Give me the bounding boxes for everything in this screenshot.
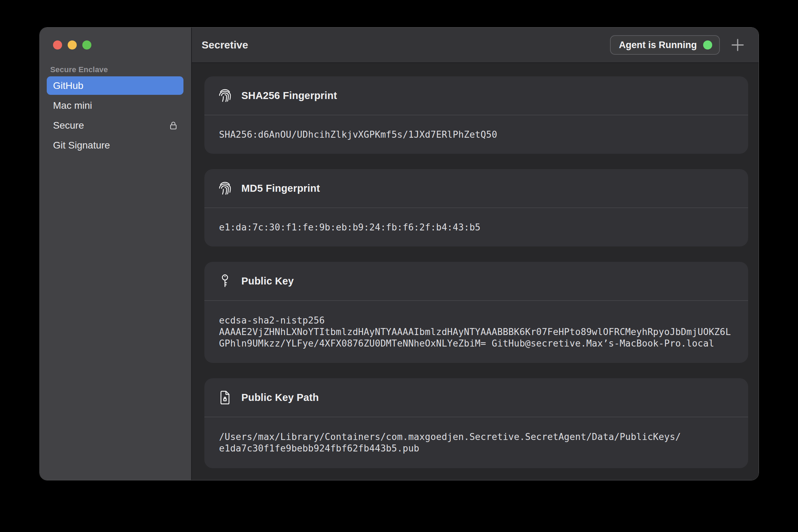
public-key-card: Public Key ecdsa-sha2-nistp256 AAAAE2VjZ… xyxy=(204,262,748,363)
sha256-fingerprint-card: SHA256 Fingerprint SHA256:d6AnOU/UDhcihZ… xyxy=(204,76,748,154)
md5-fingerprint-card: MD5 Fingerprint e1:da:7c:30:f1:fe:9b:eb:… xyxy=(204,169,748,246)
fingerprint-icon xyxy=(217,180,233,196)
sidebar-section-label: Secure Enclave xyxy=(50,65,108,74)
sidebar-item-label: Mac mini xyxy=(53,100,92,111)
sidebar-item-label: Git Signature xyxy=(53,140,110,151)
main-panel: Secretive Agent is Running xyxy=(192,28,759,480)
sha256-fingerprint-value: SHA256:d6AnOU/UDhcihZlkjvXGPKmf5s/1JXd7E… xyxy=(219,129,734,140)
sidebar-item-secure[interactable]: Secure xyxy=(47,116,183,135)
public-key-path-card: Public Key Path /​Users/​max/​Library/​C… xyxy=(204,378,748,468)
key-icon xyxy=(217,273,233,289)
document-lock-icon xyxy=(217,389,233,405)
agent-running-indicator xyxy=(703,40,712,50)
card-header: MD5 Fingerprint xyxy=(204,169,748,208)
agent-status-label: Agent is Running xyxy=(619,40,697,51)
app-window: Secure Enclave GitHub Mac mini Secure Gi… xyxy=(39,27,759,480)
card-header: Public Key Path xyxy=(204,378,748,417)
card-value-area: e1:da:7c:30:f1:fe:9b:eb:b9:24:fb:f6:2f:b… xyxy=(204,208,748,246)
fingerprint-icon xyxy=(217,88,233,104)
sidebar-item-label: GitHub xyxy=(53,80,83,91)
close-button[interactable] xyxy=(53,40,62,50)
window-title: Secretive xyxy=(202,39,248,51)
sidebar-item-git-signature[interactable]: Git Signature xyxy=(47,136,183,154)
sidebar-item-label: Secure xyxy=(53,120,84,131)
plus-icon xyxy=(730,37,745,53)
card-value-area: SHA256:d6AnOU/UDhcihZlkjvXGPKmf5s/1JXd7E… xyxy=(204,115,748,154)
titlebar: Secretive Agent is Running xyxy=(192,28,759,63)
sidebar: Secure Enclave GitHub Mac mini Secure Gi… xyxy=(40,28,192,480)
card-header: SHA256 Fingerprint xyxy=(204,76,748,115)
lock-icon xyxy=(168,120,179,131)
sidebar-list: GitHub Mac mini Secure Git Signature xyxy=(47,76,183,154)
add-key-button[interactable] xyxy=(730,37,746,53)
public-key-value: ecdsa-sha2-nistp256 AAAAE2VjZHNhLXNoYTIt… xyxy=(219,315,734,349)
md5-fingerprint-value: e1:da:7c:30:f1:fe:9b:eb:b9:24:fb:f6:2f:b… xyxy=(219,222,734,233)
sidebar-item-github[interactable]: GitHub xyxy=(47,76,183,95)
card-value-area: /​Users/​max/​Library/​Containers/​com.m… xyxy=(204,417,748,468)
minimize-button[interactable] xyxy=(68,40,77,50)
key-detail-content: SHA256 Fingerprint SHA256:d6AnOU/UDhcihZ… xyxy=(192,63,759,480)
traffic-lights xyxy=(53,40,91,50)
card-value-area: ecdsa-sha2-nistp256 AAAAE2VjZHNhLXNoYTIt… xyxy=(204,301,748,363)
card-title: SHA256 Fingerprint xyxy=(241,90,337,101)
sidebar-item-mac-mini[interactable]: Mac mini xyxy=(47,96,183,115)
card-title: MD5 Fingerprint xyxy=(241,183,320,194)
card-header: Public Key xyxy=(204,262,748,301)
zoom-button[interactable] xyxy=(82,40,91,50)
card-title: Public Key Path xyxy=(241,392,319,403)
public-key-path-value: /​Users/​max/​Library/​Containers/​com.m… xyxy=(219,431,734,454)
agent-status-button[interactable]: Agent is Running xyxy=(610,35,720,55)
card-title: Public Key xyxy=(241,275,294,287)
